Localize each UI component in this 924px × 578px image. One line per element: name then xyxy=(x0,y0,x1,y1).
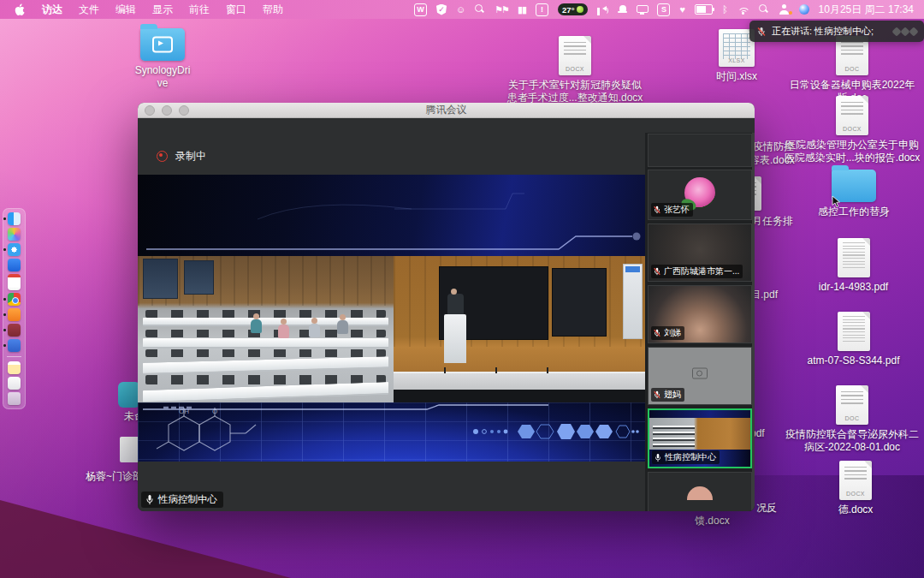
display-icon[interactable] xyxy=(637,4,648,15)
participant-name: 性病控制中心 xyxy=(665,451,716,463)
main-video-area[interactable]: OH O xyxy=(138,175,645,462)
columns-icon[interactable]: ▮▮ xyxy=(518,4,526,15)
browser-sphere-icon[interactable] xyxy=(799,4,809,15)
weather-widget[interactable]: 27° xyxy=(558,3,588,15)
desktop-icon-daily-equipment[interactable]: DOC 日常设备器械申购表2022年版.doc xyxy=(787,36,917,104)
video-bottom-banner: OH O xyxy=(138,402,645,462)
wps-status-icon[interactable]: W xyxy=(414,3,427,16)
pdf-file-icon xyxy=(838,238,870,277)
chrome-dock-icon[interactable] xyxy=(8,293,21,306)
bluetooth-icon[interactable]: ᛒ xyxy=(722,4,728,15)
desktop-icon-label: 时间.xlsx xyxy=(716,70,757,83)
mail-dock-icon[interactable] xyxy=(8,259,21,271)
participant-name-tag: 翅妈 xyxy=(651,388,684,402)
menu-item-file[interactable]: 文件 xyxy=(79,3,99,17)
desktop-icon-label: 医院感染管理办公室关于申购医院感染实时...块的报告.docx xyxy=(783,139,921,164)
muted-mic-icon xyxy=(653,390,661,399)
attendee-person xyxy=(337,320,348,334)
menubar-datetime[interactable]: 10月25日 周二 17:34 xyxy=(819,3,914,17)
participant-tile[interactable]: 张艺怀 xyxy=(648,170,752,220)
red-app-dock-icon[interactable] xyxy=(8,324,21,337)
participant-name-tag: 广西防城港市第一... xyxy=(651,265,743,278)
participant-name: 刘娣 xyxy=(664,327,681,339)
hidden-icon-label-fragment[interactable]: 月任务排 xyxy=(752,214,793,229)
spotlight-icon[interactable] xyxy=(759,4,769,15)
desktop-icon-idr-pdf[interactable]: idr-14-4983.pdf xyxy=(804,238,903,294)
launchpad-dock-icon[interactable] xyxy=(8,228,21,241)
window-title: 腾讯会议 xyxy=(138,103,755,117)
video-top-banner xyxy=(138,175,645,256)
participant-name: 广西防城港市第一... xyxy=(664,265,739,277)
participant-tile-active-speaker[interactable]: 性病控制中心 xyxy=(648,408,752,468)
mic-icon xyxy=(145,494,155,505)
participant-tile-partial-bottom[interactable] xyxy=(648,472,752,511)
health-heart-icon[interactable]: ♥ xyxy=(679,4,685,15)
s-app-status-icon[interactable]: S xyxy=(657,3,670,16)
volume-icon[interactable] xyxy=(597,5,608,15)
desktop-icon-label: 疫情防控联合督导泌尿外科二病区-2022-08-01.doc xyxy=(783,428,921,454)
menu-item-window[interactable]: 窗口 xyxy=(226,3,246,17)
menu-item-view[interactable]: 显示 xyxy=(152,3,173,17)
meeting-content: 录制中 xyxy=(138,118,755,511)
menu-item-help[interactable]: 帮助 xyxy=(263,3,283,17)
pins-icon[interactable]: ⚑⚑ xyxy=(495,4,508,15)
document-dock-icon[interactable] xyxy=(8,377,21,390)
banner-line-graphic xyxy=(138,175,645,256)
participant-tile[interactable]: 翅妈 xyxy=(648,347,752,405)
shield-check-icon[interactable] xyxy=(436,4,447,15)
synology-logo-icon xyxy=(152,37,173,53)
window-titlebar[interactable]: 腾讯会议 xyxy=(138,103,755,118)
desktop-icon-infection-control-folder[interactable]: 感控工作的替身 xyxy=(814,170,893,218)
classroom-video-feed[interactable] xyxy=(138,256,394,402)
preview-search-icon[interactable] xyxy=(475,4,485,15)
pdf-file-icon xyxy=(838,312,870,351)
face-status-icon[interactable]: ☺ xyxy=(456,4,465,15)
alert-status-icon[interactable]: ! xyxy=(536,3,548,16)
wps-dock-icon[interactable] xyxy=(8,308,21,321)
notification-bell-icon[interactable] xyxy=(618,5,627,15)
menu-item-edit[interactable]: 编辑 xyxy=(116,3,136,17)
apple-menu-icon[interactable] xyxy=(14,3,26,16)
hidden-icon-label-fragment[interactable]: 容表.docx xyxy=(749,153,795,168)
video-feeds xyxy=(138,256,645,402)
dock-divider xyxy=(7,356,21,357)
attendee-person xyxy=(251,319,262,333)
hidden-icon-label-fragment[interactable]: 疫情防控 xyxy=(753,140,794,154)
participant-tile[interactable]: 刘娣 xyxy=(648,285,752,343)
hidden-icon-label-fragment[interactable]: 馈.docx xyxy=(695,514,730,528)
active-speaker-tag: 性病控制中心 xyxy=(141,492,223,508)
docx-file-icon: DOCX xyxy=(559,36,591,75)
desktop-icon-epidemic-doc[interactable]: DOC 疫情防控联合督导泌尿外科二病区-2022-08-01.doc xyxy=(783,385,921,454)
hidden-icon-label-fragment[interactable]: 杨蓉~门诊部 xyxy=(86,469,143,484)
participants-panel: 张艺怀 广西防城港市第一... xyxy=(645,133,755,511)
auditorium-video-feed[interactable] xyxy=(394,256,645,402)
calendar-dock-icon[interactable] xyxy=(8,274,21,290)
wifi-icon[interactable] xyxy=(737,5,749,15)
menu-item-finder[interactable]: 访达 xyxy=(42,3,62,17)
podium xyxy=(444,314,466,362)
panel-scrollbar[interactable] xyxy=(752,133,755,511)
notes-dock-icon[interactable] xyxy=(8,361,21,374)
desktop-icon-de-docx[interactable]: DOCX 德.docx xyxy=(821,461,890,516)
user-switch-icon[interactable] xyxy=(779,4,790,15)
desktop-icon-surgery-notice[interactable]: DOCX 关于手术室针对新冠肺炎疑似患者手术过度...整改通知.docx xyxy=(505,36,645,104)
participant-name: 张艺怀 xyxy=(664,204,690,216)
desktop-icon-infection-report[interactable]: DOCX 医院感染管理办公室关于申购医院感染实时...块的报告.docx xyxy=(783,96,921,164)
menu-item-go[interactable]: 前往 xyxy=(189,3,210,17)
muted-mic-icon xyxy=(653,267,661,276)
temperature-label: 27° xyxy=(562,5,574,15)
desktop-icon-atm-pdf[interactable]: atm-07-S8-S344.pdf xyxy=(796,312,911,367)
participant-tile-partial-top[interactable] xyxy=(648,134,752,167)
speaking-toast[interactable]: 正在讲话: 性病控制中心; xyxy=(749,21,924,42)
desktop-icon-synologydrive[interactable]: SynologyDrive xyxy=(133,28,192,90)
dock xyxy=(3,208,26,409)
desktop-icon-label: 德.docx xyxy=(838,504,874,516)
participant-tile[interactable]: 广西防城港市第一... xyxy=(648,223,752,282)
blue-app-dock-icon[interactable] xyxy=(8,339,21,352)
trash-dock-icon[interactable] xyxy=(8,392,21,405)
hidden-icon-label-fragment[interactable]: 况反 xyxy=(756,501,777,515)
battery-icon[interactable] xyxy=(695,4,713,15)
recording-indicator: 录制中 xyxy=(157,149,206,164)
safari-dock-icon[interactable] xyxy=(8,243,21,256)
finder-dock-icon[interactable] xyxy=(8,212,21,225)
